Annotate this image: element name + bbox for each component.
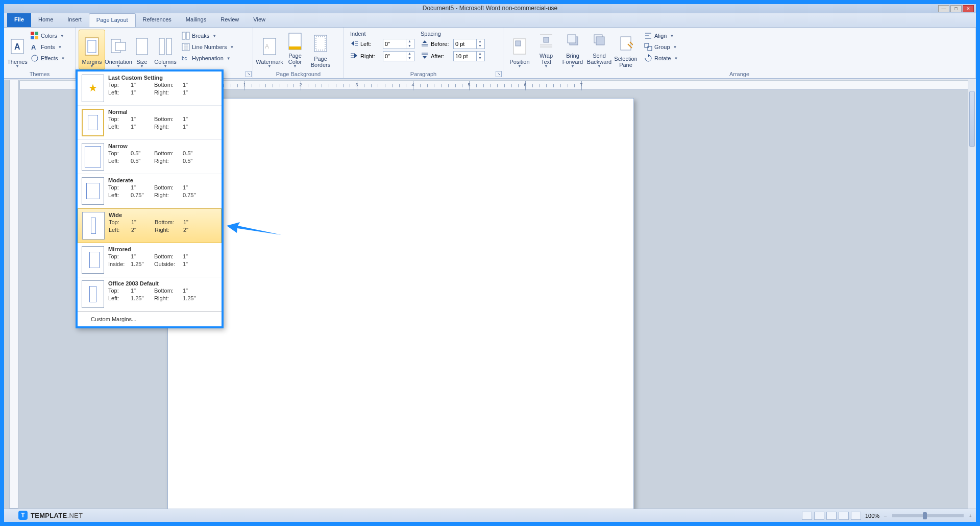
view-web-button[interactable] bbox=[826, 512, 837, 520]
minimize-button[interactable]: — bbox=[938, 5, 949, 12]
spin-up-icon[interactable]: ▲ bbox=[476, 39, 483, 44]
tab-home[interactable]: Home bbox=[31, 13, 60, 27]
tab-file[interactable]: File bbox=[7, 13, 31, 27]
vertical-scrollbar[interactable] bbox=[968, 80, 976, 509]
svg-rect-15 bbox=[182, 32, 185, 39]
spacing-title: Spacing bbox=[421, 31, 485, 37]
indent-right-label: Right: bbox=[360, 53, 381, 59]
breaks-button[interactable]: Breaks▼ bbox=[180, 31, 236, 41]
themes-button[interactable]: A Themes ▼ bbox=[7, 30, 28, 69]
tab-mailings[interactable]: Mailings bbox=[179, 13, 213, 27]
spin-up-icon[interactable]: ▲ bbox=[406, 39, 413, 44]
svg-rect-4 bbox=[31, 36, 34, 39]
spacing-after-field[interactable]: ▲▼ bbox=[453, 51, 485, 61]
view-draft-button[interactable] bbox=[851, 512, 861, 520]
margin-option-mirrored[interactable]: MirroredTop:1"Bottom:1"Inside:1.25"Outsi… bbox=[78, 243, 222, 277]
columns-button[interactable]: Columns▼ bbox=[152, 30, 179, 69]
svg-text:A: A bbox=[265, 43, 269, 50]
tab-review[interactable]: Review bbox=[213, 13, 246, 27]
align-button[interactable]: Align▼ bbox=[642, 31, 680, 41]
spin-up-icon[interactable]: ▲ bbox=[406, 52, 413, 56]
margin-option-normal[interactable]: NormalTop:1"Bottom:1"Left:1"Right:1" bbox=[78, 106, 222, 140]
custom-margins-button[interactable]: Custom Margins... bbox=[78, 312, 222, 326]
group-themes-label: Themes bbox=[4, 71, 75, 77]
spin-down-icon[interactable]: ▼ bbox=[476, 56, 483, 61]
group-pagebg-label: Page Background bbox=[253, 71, 344, 77]
pagesetup-launcher[interactable]: ↘ bbox=[246, 71, 252, 77]
document-page[interactable] bbox=[167, 98, 634, 509]
size-button[interactable]: Size▼ bbox=[132, 30, 152, 69]
margin-name: Normal bbox=[108, 109, 217, 115]
svg-text:bc: bc bbox=[182, 56, 187, 61]
watermark-button[interactable]: A Watermark▼ bbox=[256, 30, 283, 69]
annotation-arrow bbox=[226, 221, 287, 246]
zoom-in-button[interactable]: + bbox=[969, 513, 972, 519]
view-outline-button[interactable] bbox=[839, 512, 849, 520]
position-button[interactable]: Position▼ bbox=[506, 30, 533, 69]
wrap-text-button[interactable]: Wrap Text▼ bbox=[533, 30, 559, 69]
svg-rect-14 bbox=[166, 38, 172, 55]
paragraph-launcher[interactable]: ↘ bbox=[496, 71, 502, 77]
tab-references[interactable]: References bbox=[136, 13, 179, 27]
indent-right-icon bbox=[350, 52, 358, 61]
indent-right-field[interactable]: ▲▼ bbox=[383, 51, 414, 61]
page-color-button[interactable]: Page Color▼ bbox=[283, 30, 307, 69]
margin-name: Mirrored bbox=[108, 246, 217, 252]
vertical-ruler[interactable] bbox=[9, 80, 18, 509]
spin-up-icon[interactable]: ▲ bbox=[476, 52, 483, 56]
colors-label: Colors bbox=[41, 33, 57, 39]
margin-option-office-2003-default[interactable]: Office 2003 DefaultTop:1"Bottom:1"Left:1… bbox=[78, 277, 222, 312]
fonts-button[interactable]: AFonts▼ bbox=[29, 42, 67, 52]
spin-down-icon[interactable]: ▼ bbox=[476, 44, 483, 49]
margins-dropdown: Last Custom SettingTop:1"Bottom:1"Left:1… bbox=[76, 69, 224, 328]
effects-button[interactable]: Effects▼ bbox=[29, 53, 67, 63]
hyphenation-button[interactable]: bcHyphenation▼ bbox=[180, 53, 236, 63]
margin-option-wide[interactable]: WideTop:1"Bottom:1"Left:2"Right:2" bbox=[78, 208, 222, 243]
indent-left-field[interactable]: ▲▼ bbox=[383, 39, 414, 49]
svg-rect-39 bbox=[516, 41, 521, 46]
view-fullscreen-button[interactable] bbox=[814, 512, 824, 520]
margin-option-narrow[interactable]: NarrowTop:0.5"Bottom:0.5"Left:0.5"Right:… bbox=[78, 140, 222, 174]
margin-option-last-custom-setting[interactable]: Last Custom SettingTop:1"Bottom:1"Left:1… bbox=[78, 71, 222, 106]
spacing-before-field[interactable]: ▲▼ bbox=[453, 39, 485, 49]
bring-forward-label: Bring Forward bbox=[561, 53, 584, 65]
view-print-layout-button[interactable] bbox=[802, 512, 812, 520]
svg-rect-25 bbox=[289, 46, 301, 50]
orientation-button[interactable]: Orientation▼ bbox=[105, 30, 132, 69]
svg-rect-47 bbox=[596, 37, 604, 45]
spin-down-icon[interactable]: ▼ bbox=[406, 56, 413, 61]
margin-option-moderate[interactable]: ModerateTop:1"Bottom:1"Left:0.75"Right:0… bbox=[78, 174, 222, 208]
svg-rect-5 bbox=[35, 36, 38, 39]
line-numbers-button[interactable]: Line Numbers▼ bbox=[180, 42, 236, 52]
window-title: Document5 - Microsoft Word non-commercia… bbox=[423, 5, 558, 12]
bring-forward-button[interactable]: Bring Forward▼ bbox=[559, 30, 586, 69]
zoom-slider[interactable] bbox=[892, 514, 964, 517]
template-logo-icon: T bbox=[18, 511, 28, 520]
margins-button[interactable]: Margins▼ bbox=[79, 30, 105, 69]
zoom-out-button[interactable]: − bbox=[884, 513, 887, 519]
status-bar: 100% − + bbox=[4, 509, 976, 522]
fonts-label: Fonts bbox=[41, 44, 55, 50]
svg-rect-13 bbox=[159, 38, 164, 55]
group-button[interactable]: Group▼ bbox=[642, 42, 680, 52]
close-button[interactable]: ✕ bbox=[963, 5, 974, 12]
colors-button[interactable]: Colors▼ bbox=[29, 31, 67, 41]
rotate-button[interactable]: Rotate▼ bbox=[642, 53, 680, 63]
template-net: .NET bbox=[67, 512, 83, 519]
tab-page-layout[interactable]: Page Layout bbox=[89, 13, 136, 27]
zoom-knob[interactable] bbox=[923, 512, 927, 519]
spin-down-icon[interactable]: ▼ bbox=[406, 44, 413, 49]
svg-point-7 bbox=[32, 55, 38, 61]
selection-pane-button[interactable]: Selection Pane bbox=[612, 30, 639, 69]
send-backward-label: Send Backward bbox=[587, 53, 611, 65]
tab-view[interactable]: View bbox=[246, 13, 273, 27]
send-backward-button[interactable]: Send Backward▼ bbox=[586, 30, 612, 69]
effects-label: Effects bbox=[41, 55, 58, 61]
ribbon-tabs: File Home Insert Page Layout References … bbox=[4, 13, 976, 28]
page-borders-button[interactable]: Page Borders bbox=[307, 30, 334, 69]
margin-name: Narrow bbox=[108, 143, 217, 149]
scroll-thumb[interactable] bbox=[969, 91, 975, 147]
line-numbers-label: Line Numbers bbox=[192, 44, 227, 50]
tab-insert[interactable]: Insert bbox=[60, 13, 89, 27]
maximize-button[interactable]: □ bbox=[950, 5, 962, 12]
